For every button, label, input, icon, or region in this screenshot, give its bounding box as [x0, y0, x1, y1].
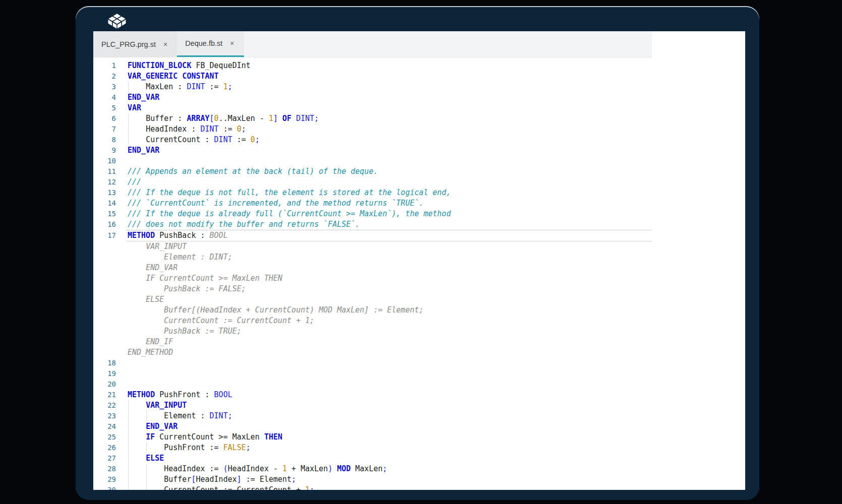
indent-guide [146, 474, 147, 485]
code-line[interactable]: 5VAR [93, 103, 652, 113]
code-line[interactable]: 27 ELSE [93, 453, 652, 464]
code-line[interactable]: 12/// [93, 177, 652, 187]
code-line[interactable]: CurrentCount := CurrentCount + 1; [93, 316, 652, 326]
code-line[interactable]: 14/// `CurrentCount` is incremented, and… [93, 198, 652, 209]
tab-bar: PLC_PRG.prg.st × Deque.fb.st × [93, 31, 652, 57]
line-number: 9 [93, 145, 116, 156]
indent-guide [128, 82, 129, 92]
code-line[interactable]: Element : DINT; [93, 252, 652, 263]
code-line[interactable]: 24 END_VAR [93, 421, 652, 432]
line-number: 6 [93, 113, 116, 124]
indent-guide [128, 464, 129, 474]
code-text: END_VAR [116, 145, 159, 156]
code-line[interactable]: 9END_VAR [93, 145, 652, 156]
code-line[interactable]: Buffer[(HeadIndex + CurrentCount) MOD Ma… [93, 305, 652, 316]
code-text: END_VAR [116, 421, 177, 432]
window-header [76, 6, 759, 31]
line-number: 22 [93, 400, 116, 411]
line-number: 7 [93, 124, 116, 135]
indent-guide [128, 453, 129, 464]
close-icon[interactable]: × [228, 39, 235, 48]
line-number: 14 [93, 198, 116, 209]
code-line[interactable]: 18 [93, 358, 652, 368]
code-text: ELSE [116, 453, 164, 464]
code-line[interactable]: 11/// Appends an element at the back (ta… [93, 166, 652, 177]
tab-deque[interactable]: Deque.fb.st × [177, 31, 244, 57]
code-text: VAR_INPUT [116, 400, 187, 411]
line-number: 26 [93, 443, 116, 453]
code-line[interactable]: 1FUNCTION_BLOCK FB_DequeDInt [93, 60, 652, 71]
indent-guide [128, 474, 129, 485]
code-line[interactable]: 7 HeadIndex : DINT := 0; [93, 124, 652, 135]
indent-guide [128, 113, 129, 124]
indent-guide [128, 485, 129, 490]
indent-guide [146, 443, 147, 453]
code-line[interactable]: 17METHOD PushBack : BOOL [93, 230, 652, 241]
code-text: /// If the deque is already full (`Curre… [116, 209, 451, 219]
code-editor[interactable]: 1FUNCTION_BLOCK FB_DequeDInt2VAR_GENERIC… [93, 57, 652, 490]
line-number: 27 [93, 453, 116, 464]
code-text: END_IF [116, 337, 173, 347]
line-number: 23 [93, 411, 116, 421]
code-line[interactable]: IF CurrentCount >= MaxLen THEN [93, 273, 652, 284]
code-line[interactable]: END_VAR [93, 263, 652, 273]
code-text: Buffer[HeadIndex] := Element; [116, 474, 296, 485]
code-text: Element : DINT; [116, 411, 232, 421]
code-line[interactable]: 6 Buffer : ARRAY[0..MaxLen - 1] OF DINT; [93, 113, 652, 124]
line-number: 17 [93, 230, 116, 241]
code-line[interactable]: 22 VAR_INPUT [93, 400, 652, 411]
code-line[interactable]: 2VAR_GENERIC CONSTANT [93, 71, 652, 82]
editor-content-area: PLC_PRG.prg.st × Deque.fb.st × 1FUNCTION… [93, 31, 745, 490]
tab-label: PLC_PRG.prg.st [101, 40, 156, 48]
code-line[interactable]: 13/// If the deque is not full, the elem… [93, 187, 652, 198]
code-text: /// If the deque is not full, the elemen… [116, 187, 451, 198]
line-number: 15 [93, 209, 116, 219]
tab-plc-prg[interactable]: PLC_PRG.prg.st × [93, 31, 177, 57]
code-text: END_VAR [116, 92, 159, 103]
blocks-cube-icon [107, 13, 127, 31]
code-line[interactable]: 10 [93, 156, 652, 166]
code-line[interactable]: ELSE [93, 294, 652, 305]
code-text: /// `CurrentCount` is incremented, and t… [116, 198, 424, 209]
code-line[interactable]: 28 HeadIndex := (HeadIndex - 1 + MaxLen)… [93, 464, 652, 474]
code-line[interactable]: 30 CurrentCount := CurrentCount + 1; [93, 485, 652, 490]
line-number: 12 [93, 177, 116, 187]
close-icon[interactable]: × [162, 40, 169, 49]
code-line[interactable]: 20 [93, 379, 652, 390]
code-line[interactable]: 25 IF CurrentCount >= MaxLen THEN [93, 432, 652, 443]
code-text: CurrentCount := CurrentCount + 1; [116, 316, 314, 326]
code-line[interactable]: 4END_VAR [93, 92, 652, 103]
code-line[interactable]: VAR_INPUT [93, 241, 652, 252]
code-text: IF CurrentCount >= MaxLen THEN [116, 273, 282, 284]
code-line[interactable]: PushBack := TRUE; [93, 326, 652, 337]
code-line[interactable]: PushBack := FALSE; [93, 284, 652, 294]
indent-guide [128, 432, 129, 443]
line-number: 2 [93, 71, 116, 82]
code-text: Element : DINT; [116, 252, 232, 263]
code-line[interactable]: END_METHOD [93, 347, 652, 358]
code-line[interactable]: 3 MaxLen : DINT := 1; [93, 82, 652, 92]
line-number: 19 [93, 368, 116, 379]
indent-guide [128, 124, 129, 135]
code-text: END_VAR [116, 263, 177, 273]
line-number: 1 [93, 60, 116, 71]
line-number: 20 [93, 379, 116, 390]
code-line[interactable]: 29 Buffer[HeadIndex] := Element; [93, 474, 652, 485]
code-line[interactable]: 26 PushFront := FALSE; [93, 443, 652, 453]
code-text: ELSE [116, 294, 164, 305]
code-line[interactable]: 21METHOD PushFront : BOOL [93, 390, 652, 400]
code-line[interactable]: 8 CurrentCount : DINT := 0; [93, 135, 652, 145]
indent-guide [128, 421, 129, 432]
code-line[interactable]: 19 [93, 368, 652, 379]
line-number: 25 [93, 432, 116, 443]
code-line[interactable]: 16/// does not modify the buffer and ret… [93, 219, 652, 230]
code-line[interactable]: 23 Element : DINT; [93, 411, 652, 421]
code-text: PushBack := TRUE; [116, 326, 242, 337]
line-number: 8 [93, 135, 116, 145]
line-number: 21 [93, 390, 116, 400]
indent-guide [146, 464, 147, 474]
line-number: 3 [93, 82, 116, 92]
code-line[interactable]: END_IF [93, 337, 652, 347]
code-line[interactable]: 15/// If the deque is already full (`Cur… [93, 209, 652, 219]
indent-guide [128, 411, 129, 421]
